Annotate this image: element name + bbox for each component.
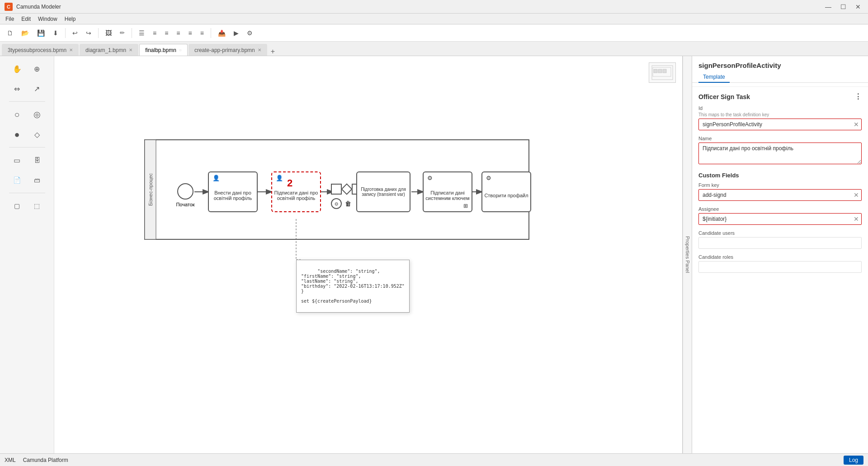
statusbar: XML Camunda Platform Log [0, 453, 868, 466]
task4-marker: ⊞ [463, 203, 468, 209]
assignee-label: Assignee [698, 206, 862, 212]
new-file-button[interactable]: 🗋 [4, 28, 16, 38]
task-sign-data[interactable]: 👤 Підписати дані про освітній профіль [271, 171, 321, 212]
canvas-button[interactable]: 🖼 [102, 28, 115, 38]
circle-thick-tool[interactable]: ● [8, 125, 26, 143]
circle-double-tool[interactable]: ◎ [28, 105, 46, 124]
hand-tool[interactable]: ✋ [8, 60, 26, 78]
circle-tool[interactable]: ○ [8, 105, 26, 124]
menu-file[interactable]: File [2, 15, 18, 23]
id-input-wrap: ✕ [698, 119, 862, 130]
task5-label: Створити профайл [484, 185, 528, 198]
id-hint: This maps to the task definition key [698, 112, 862, 117]
id-clear-button[interactable]: ✕ [854, 121, 859, 128]
task-prepare-data[interactable]: Підготовка даних для запису (transient v… [356, 171, 410, 212]
save-button[interactable]: 💾 [34, 28, 48, 38]
tool-sep-2 [9, 147, 45, 147]
tab-finalbp-close[interactable]: ○ [179, 48, 182, 52]
titlebar: C Camunda Modeler — ☐ ✕ [0, 0, 868, 14]
properties-strip[interactable]: Properties Panel [683, 56, 692, 453]
export-button[interactable]: 📤 [215, 28, 229, 38]
assignee-clear-button[interactable]: ✕ [854, 215, 859, 223]
align4-button[interactable]: ≡ [173, 28, 183, 38]
form-key-clear-button[interactable]: ✕ [854, 191, 859, 199]
menu-window[interactable]: Window [34, 15, 61, 23]
tab-diagram1[interactable]: diagram_1.bpmn ✕ [80, 44, 138, 56]
candidate-roles-input[interactable] [698, 261, 862, 273]
toolbar-sep-4 [211, 28, 211, 38]
minimap-svg [651, 65, 674, 81]
start-event[interactable] [177, 183, 193, 200]
tool-row-5: ▭ 🗄 [8, 151, 46, 169]
close-button[interactable]: ✕ [853, 2, 863, 11]
log-button[interactable]: Log [844, 456, 863, 465]
tab-diagram1-close[interactable]: ✕ [129, 48, 132, 52]
maximize-button[interactable]: ☐ [838, 2, 849, 11]
save-as-button[interactable]: ⬇ [50, 28, 61, 38]
id-label: Id [698, 105, 862, 111]
play-button[interactable]: ▶ [231, 28, 242, 38]
task-create-profile[interactable]: ⚙ Створити профайл [481, 171, 531, 212]
connect-tool[interactable]: ⇔ [8, 80, 26, 98]
event-trash[interactable]: 🗑 [343, 198, 354, 209]
xml-label[interactable]: XML [5, 457, 16, 463]
app-title: Camunda Modeler [16, 4, 822, 10]
align6-button[interactable]: ≡ [197, 28, 207, 38]
svg-rect-3 [658, 69, 662, 73]
task5-icon: ⚙ [486, 175, 491, 181]
dotted-frame-tool[interactable]: ⬚ [28, 197, 46, 215]
edit-button[interactable]: ✏ [117, 28, 128, 38]
id-input[interactable] [698, 119, 862, 130]
candidate-roles-field-group: Candidate roles [698, 254, 862, 273]
start-event-label: Початок [171, 202, 200, 207]
task-enter-data[interactable]: 👤 Внести дані про освітній профіль [208, 171, 258, 212]
name-field-group: Name Підписати дані про освітній профіль [698, 136, 862, 166]
open-file-button[interactable]: 📂 [18, 28, 32, 38]
assignee-input[interactable] [698, 213, 862, 225]
menu-help[interactable]: Help [61, 15, 80, 23]
frame-tool[interactable]: ▢ [8, 197, 26, 215]
diamond-tool[interactable]: ◇ [28, 125, 46, 143]
tab-finalbp[interactable]: finalbp.bpmn ○ [139, 44, 188, 56]
tab-createapp[interactable]: create-app-primary.bpmn ✕ [189, 44, 267, 56]
tool-panel: ✋ ⊕ ⇔ ↗ ○ ◎ ● ◇ ▭ 🗄 📄 🗃 ▢ ⬚ [0, 56, 54, 453]
name-input[interactable]: Підписати дані про освітній профіль [698, 143, 862, 164]
tab-createapp-close[interactable]: ✕ [258, 48, 261, 52]
candidate-users-field-group: Candidate users [698, 230, 862, 249]
toolbar-sep-1 [65, 28, 66, 38]
page-tool[interactable]: 📄 [8, 171, 26, 189]
canvas[interactable]: Бізнес-процес Початок 👤 Внести дані про … [54, 56, 683, 453]
settings-button[interactable]: ⚙ [244, 28, 256, 38]
task-sign-system[interactable]: ⚙ Підписати дані системним ключем ⊞ [423, 171, 472, 212]
id-field-group: Id This maps to the task definition key … [698, 105, 862, 130]
task2-icon: 👤 [276, 175, 283, 181]
candidate-roles-input-wrap [698, 261, 862, 273]
tab-3types[interactable]: 3typessubprocess.bpmn ✕ [2, 44, 79, 56]
rect-tool[interactable]: ▭ [8, 151, 26, 169]
tab-3types-close[interactable]: ✕ [69, 48, 73, 52]
undo-button[interactable]: ↩ [69, 28, 81, 38]
props-header: signPersonProfileActivity Template [692, 56, 868, 87]
props-body: Officer Sign Task ⋮ Id This maps to the … [692, 87, 868, 453]
tab-template[interactable]: Template [698, 72, 730, 83]
event-circle2[interactable]: ⊙ [331, 198, 342, 209]
more-options-icon[interactable]: ⋮ [854, 92, 862, 101]
menu-edit[interactable]: Edit [18, 15, 34, 23]
minimap[interactable] [649, 62, 676, 83]
minimize-button[interactable]: — [822, 2, 834, 11]
arrow-tool[interactable]: ↗ [28, 80, 46, 98]
align5-button[interactable]: ≡ [185, 28, 195, 38]
lasso-tool[interactable]: ⊕ [28, 60, 46, 78]
redo-button[interactable]: ↪ [83, 28, 94, 38]
candidate-users-input-wrap [698, 237, 862, 249]
align2-button[interactable]: ≡ [150, 28, 160, 38]
candidate-users-input[interactable] [698, 237, 862, 249]
storage-tool[interactable]: 🗄 [28, 151, 46, 169]
align3-button[interactable]: ≡ [161, 28, 171, 38]
event-circle1[interactable] [331, 184, 342, 195]
gateway1[interactable] [341, 183, 352, 195]
form-key-input[interactable] [698, 189, 862, 201]
align1-button[interactable]: ☰ [136, 28, 148, 38]
db-tool[interactable]: 🗃 [28, 171, 46, 189]
new-tab-button[interactable]: + [268, 48, 278, 56]
